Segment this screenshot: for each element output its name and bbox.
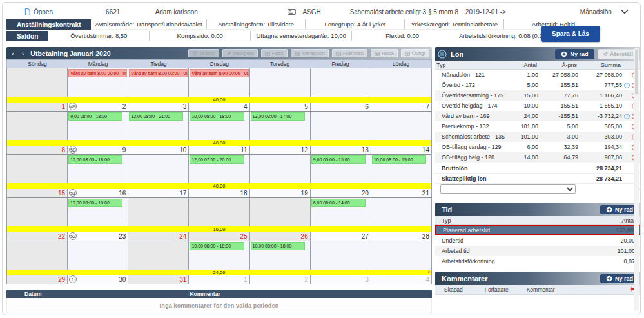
day-number-cell[interactable]: 13 xyxy=(310,146,371,154)
day-number-cell[interactable]: 24 xyxy=(128,232,188,241)
tid-table-row[interactable]: Arbetstidsförkortning0,07 xyxy=(435,256,641,266)
day-cell[interactable] xyxy=(7,155,67,183)
lon-table-row[interactable]: OB-tillägg vardag - 1296,0032,39194,34 xyxy=(435,142,641,152)
day-number-cell[interactable]: 31 xyxy=(128,275,188,284)
shift-entry[interactable]: 10,00 08:00 - 18:00 xyxy=(251,242,305,250)
shift-entry[interactable]: 10,00 08:00 - 18:00 xyxy=(68,155,122,164)
day-cell[interactable]: 9,00 05:00 - 15:00 xyxy=(310,155,371,183)
day-number-cell[interactable]: 492 xyxy=(67,103,128,111)
day-number-cell[interactable]: 130 xyxy=(67,275,128,284)
day-number-cell[interactable]: 1 xyxy=(7,103,67,111)
day-cell[interactable] xyxy=(310,241,371,270)
day-number-cell[interactable]: 3 xyxy=(310,275,371,284)
day-cell[interactable]: Vård av barn 8,00 00:00 - 08:00 xyxy=(128,68,188,97)
day-cell[interactable] xyxy=(7,112,67,140)
day-number-cell[interactable]: 3 xyxy=(128,103,188,111)
shift-entry[interactable]: 6,00 08:00 - 14:00 xyxy=(311,199,366,207)
day-number-cell[interactable]: 21 xyxy=(371,189,431,197)
day-number-cell[interactable]: 509 xyxy=(67,146,128,154)
day-number-cell[interactable]: 22 xyxy=(7,232,67,241)
day-cell[interactable]: 6,00 08:00 - 14:00 xyxy=(310,198,371,226)
day-cell[interactable] xyxy=(371,68,431,97)
day-number-cell[interactable]: 28 xyxy=(371,232,431,241)
day-cell[interactable]: Vård av barn 8,00 00:00 - 08:00 xyxy=(188,68,249,97)
lon-table-row[interactable]: Vård av barn - 16924,00-155,51-3 732,24 xyxy=(435,111,641,121)
day-number-cell[interactable]: 18 xyxy=(188,189,249,197)
absence-entry[interactable]: Vård av barn 8,00 00:00 - 08:00 xyxy=(190,69,248,77)
day-cell[interactable] xyxy=(128,198,188,226)
tab-anstallningskontrakt[interactable]: Anställningskontrakt xyxy=(6,19,91,30)
lon-type-select[interactable] xyxy=(440,184,576,194)
day-cell[interactable] xyxy=(128,241,188,270)
day-number-cell[interactable]: 27 xyxy=(310,232,371,241)
shift-entry[interactable]: 10,00 08:00 - 19:00 xyxy=(372,155,426,164)
day-cell[interactable] xyxy=(67,241,128,270)
info-circle-icon[interactable] xyxy=(624,83,630,88)
day-cell[interactable]: 10,00 08:00 - 18:00 xyxy=(67,155,128,183)
day-number-cell[interactable]: 8 xyxy=(7,146,67,154)
day-cell[interactable]: 10,00 08:00 - 19:00 xyxy=(371,155,431,183)
day-number-cell[interactable]: 19 xyxy=(249,189,310,197)
day-number-cell[interactable]: 15 xyxy=(7,189,67,197)
absence-entry[interactable]: Vård av barn 8,00 00:00 - 08:00 xyxy=(68,69,127,77)
day-number-cell[interactable]: 1 xyxy=(188,275,249,284)
day-cell[interactable]: 12,00 07:00 - 20:00 xyxy=(188,155,249,183)
lon-table-row[interactable]: Premiekomp - 132101,005,00505,00 xyxy=(435,121,641,132)
day-cell[interactable] xyxy=(7,198,67,226)
day-number-cell[interactable]: 4 xyxy=(188,103,249,111)
day-cell[interactable]: Vård av barn 8,00 00:00 - 08:00 xyxy=(67,68,128,97)
day-number-cell[interactable]: 25 xyxy=(188,232,249,241)
day-number-cell[interactable]: 6 xyxy=(310,103,371,111)
calendar-next-icon[interactable]: › xyxy=(19,50,27,57)
day-cell[interactable] xyxy=(7,241,67,270)
lon-table-row[interactable]: Månadslön - 1211,0027 058,0027 058,00 xyxy=(435,70,641,80)
day-number-cell[interactable]: 2 xyxy=(249,275,310,284)
day-cell[interactable] xyxy=(128,155,188,183)
shift-entry[interactable]: 10,00 08:00 - 18:00 xyxy=(190,112,244,121)
day-number-cell[interactable]: 7 xyxy=(371,103,431,111)
day-number-cell[interactable]: 4 xyxy=(371,275,431,284)
lon-table-row[interactable]: Övertid helgdag - 17410,00155,511 555,10 xyxy=(435,101,641,111)
day-cell[interactable] xyxy=(310,112,371,140)
lon-table-row[interactable]: Schemalöst arbete - 135101,003,00303,00 xyxy=(435,132,641,142)
kommentarer-new-row-button[interactable]: Ny rad xyxy=(600,274,639,283)
day-cell[interactable]: 10,00 08:00 - 18:00 xyxy=(249,241,310,270)
lon-table-row[interactable]: Övertidsersättning - 17515,0077,761 166,… xyxy=(435,90,641,101)
day-cell[interactable] xyxy=(7,68,67,97)
day-number-cell[interactable]: 11 xyxy=(188,146,249,154)
shift-entry[interactable]: 9,00 05:00 - 15:00 xyxy=(311,155,366,164)
day-cell[interactable]: 10,00 08:00 - 18:00 xyxy=(188,241,249,270)
day-cell[interactable]: 10,00 08:00 - 18:00 xyxy=(188,112,249,140)
day-cell[interactable] xyxy=(310,68,371,97)
day-cell[interactable]: 12,00 08:00 - 21:00 xyxy=(128,112,188,140)
day-number-cell[interactable]: 17 xyxy=(128,189,188,197)
day-cell[interactable] xyxy=(249,198,310,226)
day-cell[interactable]: 10,00 08:00 - 19:00 xyxy=(67,198,128,226)
lon-table-row[interactable]: Övertid - 1725,00155,51777,55 xyxy=(435,80,641,90)
day-cell[interactable] xyxy=(249,155,310,183)
shift-entry[interactable]: 12,00 08:00 - 21:00 xyxy=(129,112,183,121)
day-number-cell[interactable]: 10 xyxy=(128,146,188,154)
day-cell[interactable]: 9,00 08:00 - 18:00 xyxy=(67,112,128,140)
tid-table-row[interactable]: Arbetad tid101,00 xyxy=(435,246,641,256)
calendar-prev-icon[interactable]: ‹ xyxy=(9,50,17,57)
info-circle-icon[interactable] xyxy=(624,114,630,119)
tab-saldon[interactable]: Saldon xyxy=(6,31,48,41)
day-number-cell[interactable]: 14 xyxy=(371,146,431,154)
day-number-cell[interactable]: 5116 xyxy=(67,189,128,197)
day-number-cell[interactable]: 5223 xyxy=(67,232,128,241)
day-number-cell[interactable]: 29 xyxy=(7,275,67,284)
day-number-cell[interactable]: 12 xyxy=(249,146,310,154)
absence-entry[interactable]: Vård av barn 8,00 00:00 - 08:00 xyxy=(129,69,188,77)
shift-entry[interactable]: 13,00 03:00 - 17:00 xyxy=(251,112,305,121)
day-cell[interactable]: 13,00 03:00 - 17:00 xyxy=(249,112,310,140)
tid-table-row[interactable]: Undertid20,00 xyxy=(435,235,641,246)
scrollbar-track[interactable] xyxy=(634,48,639,311)
shift-entry[interactable]: 10,00 08:00 - 18:00 xyxy=(190,242,244,250)
menu-circle-icon[interactable] xyxy=(438,50,447,59)
day-number-cell[interactable]: 5 xyxy=(249,103,310,111)
day-cell[interactable] xyxy=(249,68,310,97)
day-cell[interactable] xyxy=(371,241,431,270)
scrollbar-thumb[interactable] xyxy=(635,49,638,94)
shift-entry[interactable]: 10,00 08:00 - 19:00 xyxy=(68,199,122,207)
